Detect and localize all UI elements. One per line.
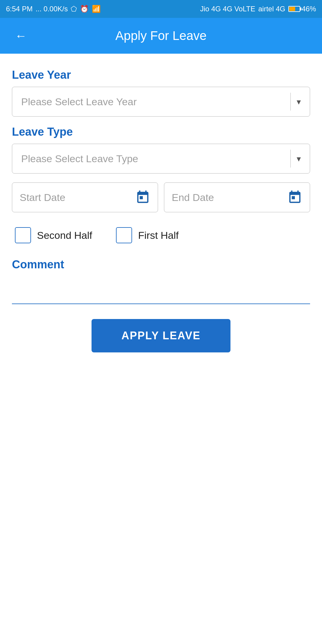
dropdown-divider-2 xyxy=(290,150,291,168)
second-half-checkbox[interactable] xyxy=(15,227,31,243)
end-calendar-icon xyxy=(287,190,302,205)
second-half-label: Second Half xyxy=(37,230,92,241)
main-content: Leave Year Please Select Leave Year ▾ Le… xyxy=(0,54,322,644)
apply-leave-button[interactable]: APPLY LEAVE xyxy=(92,319,230,352)
apply-button-container: APPLY LEAVE xyxy=(12,319,310,352)
second-half-item: Second Half xyxy=(15,227,92,243)
app-header: ← Apply For Leave xyxy=(0,18,322,54)
leave-type-label: Leave Type xyxy=(12,126,310,138)
leave-type-placeholder: Please Select Leave Type xyxy=(21,153,138,165)
bluetooth-icon: ⬠ xyxy=(71,5,77,13)
back-button[interactable]: ← xyxy=(12,26,30,46)
page-title: Apply For Leave xyxy=(115,29,207,43)
status-bar: 6:54 PM ... 0.00K/s ⬠ ⏰ 📶 Jio 4G 4G VoLT… xyxy=(0,0,322,18)
chevron-down-icon-type: ▾ xyxy=(297,154,301,164)
leave-year-placeholder: Please Select Leave Year xyxy=(21,96,137,108)
first-half-label: First Half xyxy=(138,230,179,241)
end-date-placeholder: End Date xyxy=(172,192,214,203)
status-bar-right: Jio 4G 4G VoLTE airtel 4G 46% xyxy=(200,5,316,13)
checkbox-row: Second Half First Half xyxy=(12,221,310,249)
date-row: Start Date End Date xyxy=(12,182,310,212)
end-date-field[interactable]: End Date xyxy=(164,182,310,212)
leave-year-label: Leave Year xyxy=(12,69,310,81)
start-calendar-icon xyxy=(135,190,150,205)
carrier-info: Jio 4G 4G VoLTE xyxy=(200,5,255,13)
comment-input[interactable] xyxy=(12,277,310,301)
wifi-icon: 📶 xyxy=(92,5,101,13)
leave-year-dropdown[interactable]: Please Select Leave Year ▾ xyxy=(12,87,310,117)
status-bar-left: 6:54 PM ... 0.00K/s ⬠ ⏰ 📶 xyxy=(6,5,101,13)
battery-fill xyxy=(289,7,295,11)
battery-indicator: 46% xyxy=(288,5,316,13)
battery-percentage: 46% xyxy=(302,5,316,13)
first-half-item: First Half xyxy=(116,227,179,243)
battery-tip xyxy=(300,7,301,10)
chevron-down-icon-year: ▾ xyxy=(297,97,301,107)
start-date-field[interactable]: Start Date xyxy=(12,182,158,212)
dropdown-divider-1 xyxy=(290,93,291,111)
start-date-placeholder: Start Date xyxy=(20,192,65,203)
first-half-checkbox[interactable] xyxy=(116,227,132,243)
comment-input-container xyxy=(12,277,310,304)
back-arrow-icon: ← xyxy=(15,29,27,43)
battery-icon xyxy=(288,6,300,12)
comment-label: Comment xyxy=(12,258,310,271)
carrier2-info: airtel 4G xyxy=(258,5,285,13)
alarm-icon: ⏰ xyxy=(80,5,89,13)
leave-type-dropdown[interactable]: Please Select Leave Type ▾ xyxy=(12,144,310,174)
time-display: 6:54 PM xyxy=(6,5,32,13)
signal-info: ... 0.00K/s xyxy=(35,5,68,13)
